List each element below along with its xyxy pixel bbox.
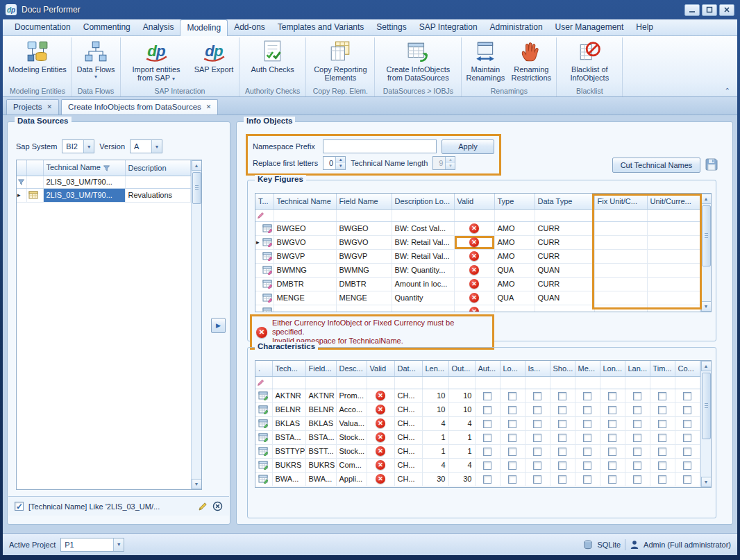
maintain-renamings-button[interactable]: Maintain Renamings bbox=[464, 38, 507, 82]
unit-currency-cell[interactable] bbox=[647, 221, 700, 235]
scroll-down-icon[interactable]: ▼ bbox=[192, 479, 202, 489]
fix-unit-cell[interactable] bbox=[594, 249, 647, 263]
menu-tab[interactable]: Analysis bbox=[137, 19, 180, 35]
fix-unit-cell[interactable] bbox=[594, 291, 647, 305]
column-header-output[interactable]: Out... bbox=[448, 361, 475, 376]
unit-currency-cell[interactable] bbox=[647, 305, 700, 312]
checkbox[interactable] bbox=[633, 420, 641, 428]
checkbox[interactable] bbox=[658, 448, 666, 456]
checkbox[interactable] bbox=[683, 420, 691, 428]
column-header-unit-currency[interactable]: Unit/Curre... bbox=[647, 194, 700, 209]
checkbox[interactable] bbox=[533, 461, 541, 470]
checkbox[interactable] bbox=[608, 448, 616, 456]
column-header-technical-name[interactable]: Technical Name bbox=[43, 160, 125, 176]
apply-button[interactable]: Apply bbox=[442, 139, 494, 154]
minimize-button[interactable] bbox=[684, 4, 700, 16]
import-entities-from-sap-button[interactable]: dp Import entities from SAP ▾ bbox=[123, 38, 190, 83]
key-figure-row[interactable]: ▸ BWGVP BWGVP BW: Retail Val... AMO CURR bbox=[255, 249, 700, 263]
checkbox[interactable] bbox=[683, 392, 691, 400]
checkbox[interactable] bbox=[483, 475, 491, 484]
checkbox[interactable] bbox=[583, 406, 591, 414]
auto-filter-row[interactable]: 2LIS_03_UM/T90... bbox=[17, 176, 190, 188]
unit-currency-cell[interactable] bbox=[647, 235, 700, 249]
menu-tab[interactable]: Templates and Variants bbox=[271, 19, 371, 35]
checkbox[interactable] bbox=[583, 475, 591, 484]
checkbox[interactable] bbox=[683, 461, 691, 470]
key-figure-row[interactable]: ▸ DMBTR DMBTR Amount in loc... AMO CURR bbox=[255, 277, 700, 291]
chevron-down-icon[interactable]: ▼ bbox=[113, 538, 124, 551]
copy-reporting-elements-button[interactable]: Copy Reporting Elements bbox=[308, 38, 372, 82]
column-header[interactable]: Co... bbox=[675, 361, 700, 376]
column-header[interactable]: Sho... bbox=[550, 361, 575, 376]
checkbox[interactable] bbox=[483, 392, 491, 400]
checkbox[interactable] bbox=[483, 406, 491, 414]
checkbox[interactable] bbox=[608, 461, 616, 470]
clear-filter-icon[interactable] bbox=[212, 501, 223, 511]
column-header-technical-name[interactable]: Technical Name bbox=[274, 194, 336, 209]
checkbox[interactable] bbox=[683, 448, 691, 456]
edit-filter-icon[interactable] bbox=[198, 502, 208, 511]
column-header-technical[interactable]: Tech... bbox=[272, 361, 305, 376]
menu-tab[interactable]: Help bbox=[630, 19, 659, 35]
sap-export-button[interactable]: dp SAP Export bbox=[191, 38, 237, 74]
column-header-fix-unit[interactable]: Fix Unit/C... bbox=[594, 194, 647, 209]
menu-tab[interactable]: Settings bbox=[370, 19, 412, 35]
checkbox[interactable] bbox=[558, 461, 566, 470]
column-header[interactable]: Lon... bbox=[600, 361, 625, 376]
checkbox[interactable] bbox=[683, 406, 691, 414]
column-header-data-type[interactable]: Data Type bbox=[535, 194, 594, 209]
checkbox[interactable] bbox=[658, 434, 666, 442]
checkbox[interactable] bbox=[508, 434, 516, 442]
spin-up-icon[interactable]: ▲ bbox=[336, 157, 345, 163]
checkbox[interactable] bbox=[558, 475, 566, 484]
checkbox[interactable] bbox=[558, 420, 566, 428]
funnel-icon[interactable] bbox=[103, 164, 110, 172]
checkbox[interactable] bbox=[633, 392, 641, 400]
checkbox[interactable] bbox=[483, 461, 491, 470]
blacklist-of-infoobjects-button[interactable]: Blacklist of InfoObjects bbox=[559, 38, 620, 82]
checkbox[interactable] bbox=[608, 392, 616, 400]
scroll-up-icon[interactable]: ▲ bbox=[701, 194, 712, 204]
scroll-up-icon[interactable]: ▲ bbox=[192, 160, 202, 171]
column-header-description[interactable]: Description Lo... bbox=[392, 194, 454, 209]
characteristic-row[interactable]: BSTA... BSTA... Stock... CH... 1 1 bbox=[255, 430, 700, 444]
characteristic-row[interactable]: BUKRS BUKRS Com... CH... 4 4 bbox=[255, 458, 700, 472]
column-header[interactable]: T... bbox=[255, 194, 274, 209]
scrollbar-thumb[interactable] bbox=[192, 172, 201, 204]
maximize-button[interactable] bbox=[702, 4, 717, 16]
checkbox[interactable] bbox=[483, 434, 491, 442]
column-header-data-type[interactable]: Dat... bbox=[394, 361, 422, 376]
column-header-valid[interactable]: Valid bbox=[367, 361, 394, 376]
checkbox[interactable] bbox=[608, 406, 616, 414]
close-button[interactable] bbox=[719, 4, 734, 16]
checkbox[interactable] bbox=[608, 475, 616, 484]
scrollbar-thumb[interactable] bbox=[702, 205, 711, 266]
vertical-scrollbar[interactable]: ▲ ▼ bbox=[191, 160, 202, 489]
menu-tab[interactable]: Administration bbox=[484, 19, 549, 35]
checkbox[interactable] bbox=[533, 406, 541, 414]
checkbox[interactable] bbox=[508, 448, 516, 456]
characteristic-row[interactable]: BKLAS BKLAS Valua... CH... 4 4 bbox=[255, 416, 700, 430]
column-header-description[interactable]: Desc... bbox=[336, 361, 367, 376]
scroll-down-icon[interactable]: ▼ bbox=[701, 301, 712, 312]
column-header[interactable]: Tim... bbox=[650, 361, 675, 376]
checkbox[interactable] bbox=[508, 420, 516, 428]
checkbox[interactable] bbox=[683, 475, 691, 484]
auto-filter-row[interactable] bbox=[255, 209, 700, 221]
checkbox[interactable] bbox=[633, 448, 641, 456]
checkbox[interactable] bbox=[608, 434, 616, 442]
active-project-select[interactable]: P1 ▼ bbox=[60, 538, 124, 552]
ribbon-collapse-icon[interactable]: ⌃ bbox=[725, 87, 730, 94]
create-infoobjects-button[interactable]: Create InfoObjects from DataSources bbox=[377, 38, 459, 82]
checkbox[interactable] bbox=[508, 406, 516, 414]
checkbox[interactable] bbox=[608, 420, 616, 428]
column-header[interactable]: Aut... bbox=[475, 361, 500, 376]
namespace-prefix-input[interactable] bbox=[323, 139, 437, 153]
key-figure-row[interactable]: ▸ BWGVO BWGVO BW: Retail Val... AMO CURR bbox=[255, 235, 700, 249]
column-header-valid[interactable]: Valid bbox=[454, 194, 494, 209]
renaming-restrictions-button[interactable]: Renaming Restrictions bbox=[508, 38, 554, 82]
column-header-description[interactable]: Description bbox=[125, 160, 190, 176]
unit-currency-cell[interactable] bbox=[647, 263, 700, 277]
checkbox[interactable] bbox=[658, 420, 666, 428]
close-tab-icon[interactable]: ✕ bbox=[47, 103, 53, 110]
